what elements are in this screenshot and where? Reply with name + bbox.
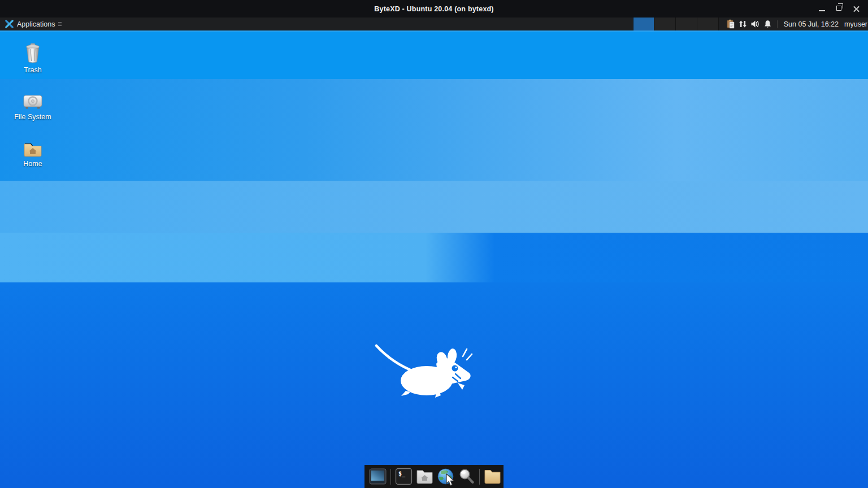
network-transfers-icon[interactable] [737,18,749,30]
dock-file-manager-launcher[interactable] [415,467,434,486]
dock-separator [479,469,480,485]
dock-app-finder-launcher[interactable] [457,467,476,486]
desktop-icon-label: Trash [24,66,42,74]
desktop-icon-label: Home [23,160,42,168]
panel-username[interactable]: myuser [844,20,867,28]
wallpaper-band [0,233,868,282]
xubuntu-logo-icon [5,20,14,28]
desktop[interactable]: Trash File System [0,30,868,488]
menu-indicator-icon [58,22,62,26]
file-manager-home-icon [415,467,434,486]
workspace-switcher [633,18,719,30]
panel-clock[interactable]: Sun 05 Jul, 16:22 [784,20,839,28]
web-browser-globe-icon [436,467,455,486]
svg-text:$_: $_ [398,470,406,477]
desktop-icon-trash[interactable]: Trash [7,43,59,74]
hard-disk-icon [22,93,44,111]
workspace-cell[interactable] [654,18,676,30]
window-titlebar: ByteXD - Ubuntu 20.04 (on bytexd) [0,0,868,18]
dock-terminal-launcher[interactable]: $_ [394,467,413,486]
workspace-cell[interactable] [676,18,697,30]
close-icon [853,6,860,12]
desktop-icon-file-system[interactable]: File System [7,93,59,121]
window-title: ByteXD - Ubuntu 20.04 (on bytexd) [374,5,493,13]
terminal-icon: $_ [394,467,413,486]
restore-button[interactable] [831,0,848,18]
dock-separator [390,469,391,485]
close-button[interactable] [848,0,865,18]
volume-icon[interactable] [750,18,761,30]
xfce-top-panel: Applications [0,18,868,30]
wallpaper-band [0,30,868,79]
dock-folder-launcher[interactable] [483,467,502,486]
notifications-bell-icon[interactable] [762,18,774,30]
minimize-button[interactable] [814,0,831,18]
display-icon [368,467,387,486]
xfce-mouse-logo [373,341,476,398]
vnc-screen: ByteXD - Ubuntu 20.04 (on bytexd) Applic… [0,0,868,488]
dock-web-browser-launcher[interactable] [436,467,455,486]
home-folder-icon [23,141,43,158]
dock-panel: $_ [364,465,504,488]
panel-right-cluster: Sun 05 Jul, 16:22 myuser [633,18,868,30]
restore-icon [836,6,841,11]
wallpaper-band [0,79,868,181]
desktop-icon-label: File System [14,113,51,121]
search-magnifier-icon [457,467,476,486]
workspace-cell[interactable] [633,18,655,30]
desktop-icon-home[interactable]: Home [7,141,59,168]
clipboard-manager-icon[interactable] [725,18,736,30]
dock-display-launcher[interactable] [368,467,387,486]
panel-separator [777,20,778,28]
trash-icon [23,43,42,64]
wallpaper-band [0,181,868,233]
minimize-icon [819,10,825,11]
applications-menu-button[interactable]: Applications [0,18,67,30]
workspace-cell[interactable] [697,18,719,30]
applications-menu-label: Applications [17,20,55,28]
window-controls [814,0,865,18]
folder-icon [483,467,502,486]
